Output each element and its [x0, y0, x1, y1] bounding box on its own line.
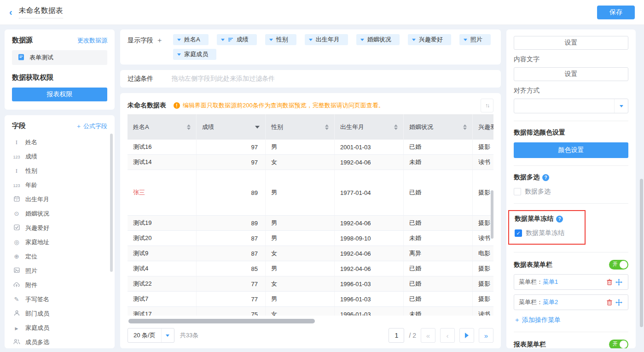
text-icon: I: [12, 168, 21, 174]
settings-button-1[interactable]: 设置: [514, 36, 628, 50]
table-cell: 1992-04-06: [335, 261, 404, 276]
trash-icon[interactable]: [605, 299, 614, 305]
table-row[interactable]: 测试777男1996-01-03已婚摄影: [128, 292, 493, 307]
color-settings-button[interactable]: 颜色设置: [514, 142, 628, 158]
target-icon: ⊕: [12, 253, 21, 259]
table-row[interactable]: 测试1697男2001-01-03已婚摄影: [128, 140, 493, 155]
freeze-highlight-box: 数据菜单冻结 ? ✓ 数据菜单冻结: [508, 210, 586, 245]
column-header[interactable]: 性别: [266, 114, 335, 140]
last-page-button[interactable]: »: [479, 328, 493, 343]
field-chip[interactable]: 姓名A: [173, 34, 209, 45]
prev-page-button[interactable]: ‹: [440, 328, 455, 343]
field-item[interactable]: 成员多选: [12, 335, 107, 348]
filter-dropzone[interactable]: 拖动左侧字段到此处来添加过滤条件: [172, 75, 275, 83]
datasource-item[interactable]: 表单测试: [12, 50, 107, 65]
field-item[interactable]: ✎手写签名: [12, 292, 107, 306]
table-row[interactable]: 测试1497女1992-04-06未婚读书: [128, 155, 493, 170]
table-row[interactable]: 张三89男1977-01-04已婚摄影: [128, 170, 493, 216]
window-scrollbar[interactable]: [640, 179, 643, 327]
report-permission-button[interactable]: 报表权限: [12, 88, 107, 101]
next-page-button[interactable]: [459, 328, 474, 343]
add-menu-link[interactable]: ＋ 添加操作菜单: [514, 316, 628, 324]
column-header[interactable]: 兴趣爱好: [473, 114, 493, 140]
filter-color-title: 数据筛选颜色设置: [514, 129, 628, 137]
field-chip[interactable]: 照片: [459, 34, 491, 45]
table-row[interactable]: 测试1775女1996-01-03未婚读书: [128, 307, 493, 316]
menu-name-link[interactable]: 菜单1: [543, 278, 558, 285]
column-header[interactable]: 成绩: [197, 114, 266, 140]
table-cell: 1996-01-03: [335, 276, 404, 291]
back-icon[interactable]: ‹: [9, 7, 12, 18]
help-icon[interactable]: ?: [542, 174, 549, 181]
formula-field-link[interactable]: ＋ 公式字段: [75, 122, 107, 130]
field-item[interactable]: ⊙婚姻状况: [12, 206, 107, 221]
align-select[interactable]: [514, 99, 628, 113]
column-header[interactable]: 出生年月: [335, 114, 404, 140]
table-cell: 85: [197, 261, 266, 276]
page-size-select[interactable]: 20 条/页: [128, 328, 174, 343]
table-cell: 测试22: [128, 276, 197, 291]
page-number-input[interactable]: 1: [389, 328, 404, 343]
field-item[interactable]: 兴趣爱好: [12, 221, 107, 235]
sort-icon[interactable]: [394, 124, 398, 130]
table-row[interactable]: 测试1989男1992-04-06已婚摄影: [128, 216, 493, 231]
table-row[interactable]: 测试987女1992-04-06离异电影: [128, 246, 493, 261]
field-item[interactable]: ▶家庭成员: [12, 321, 107, 335]
move-icon[interactable]: [614, 279, 623, 286]
sort-icon[interactable]: [325, 124, 329, 130]
field-item[interactable]: 附件: [12, 278, 107, 292]
field-item[interactable]: 7出生年月: [12, 192, 107, 206]
sort-icon[interactable]: [187, 124, 191, 130]
trash-icon[interactable]: [605, 279, 614, 285]
menu-bar-item[interactable]: 菜单栏：菜单1: [514, 274, 628, 290]
chevron-down-icon: [614, 99, 628, 113]
field-chip[interactable]: 家庭成员: [173, 49, 216, 60]
field-chip[interactable]: 成绩: [217, 34, 257, 45]
page-title[interactable]: 未命名数据表: [19, 6, 63, 18]
table-cell: 未婚: [404, 307, 473, 316]
sort-desc-icon[interactable]: [255, 126, 260, 129]
table-menu-toggle[interactable]: 开: [609, 260, 628, 270]
table-row[interactable]: 测试2087男1998-09-10未婚读书: [128, 231, 493, 246]
add-field-icon[interactable]: ＋: [156, 36, 163, 44]
field-item[interactable]: 部门成员: [12, 306, 107, 321]
table-row[interactable]: 测试2277女1996-01-03已婚摄影: [128, 276, 493, 292]
table-cell: 女: [266, 276, 335, 291]
field-item[interactable]: I姓名: [12, 135, 107, 149]
table-header-row: 姓名A成绩性别出生年月婚姻状况兴趣爱好: [128, 114, 493, 140]
table-horizontal-scrollbar[interactable]: [128, 319, 315, 323]
checkbox-unchecked[interactable]: [514, 188, 521, 195]
fields-scrollbar[interactable]: [110, 134, 113, 272]
field-chip[interactable]: 出生年月: [305, 34, 348, 45]
field-chip[interactable]: 婚姻状况: [356, 34, 400, 45]
first-page-button[interactable]: «: [421, 328, 435, 343]
settings-button-2[interactable]: 设置: [514, 67, 628, 81]
table-row[interactable]: 测试485男1992-04-06已婚摄影: [128, 261, 493, 276]
report-menu-toggle[interactable]: 开: [609, 340, 628, 348]
menu-name-link[interactable]: 菜单2: [543, 299, 558, 305]
row-sort-button[interactable]: ↑↓: [481, 99, 493, 112]
field-item[interactable]: I性别: [12, 164, 107, 178]
change-datasource-link[interactable]: 更改数据源: [77, 36, 107, 45]
table-cell: 已婚: [404, 292, 473, 306]
field-item[interactable]: 123年龄: [12, 178, 107, 192]
field-item[interactable]: ◎家庭地址: [12, 235, 107, 249]
freeze-checkbox-row[interactable]: ✓ 数据菜单冻结: [515, 229, 579, 237]
multi-select-checkbox-row[interactable]: 数据多选: [514, 188, 628, 196]
help-icon[interactable]: ?: [556, 216, 563, 223]
field-chip[interactable]: 性别: [265, 34, 296, 45]
field-item[interactable]: ⊕定位: [12, 249, 107, 264]
sort-icon[interactable]: [463, 124, 467, 130]
move-icon[interactable]: [614, 299, 623, 306]
menu-bar-item[interactable]: 菜单栏：菜单2: [514, 294, 628, 310]
table-vertical-scrollbar[interactable]: [491, 190, 493, 239]
table-cell: 97: [197, 155, 266, 170]
checkbox-checked[interactable]: ✓: [515, 229, 522, 237]
table-cell: 1998-09-10: [335, 231, 404, 246]
column-header[interactable]: 婚姻状况: [404, 114, 473, 140]
column-header[interactable]: 姓名A: [128, 114, 197, 140]
field-item[interactable]: 照片: [12, 264, 107, 278]
save-button[interactable]: 保存: [597, 6, 635, 19]
field-chip[interactable]: 兴趣爱好: [408, 34, 451, 45]
field-item[interactable]: 123成绩: [12, 149, 107, 164]
